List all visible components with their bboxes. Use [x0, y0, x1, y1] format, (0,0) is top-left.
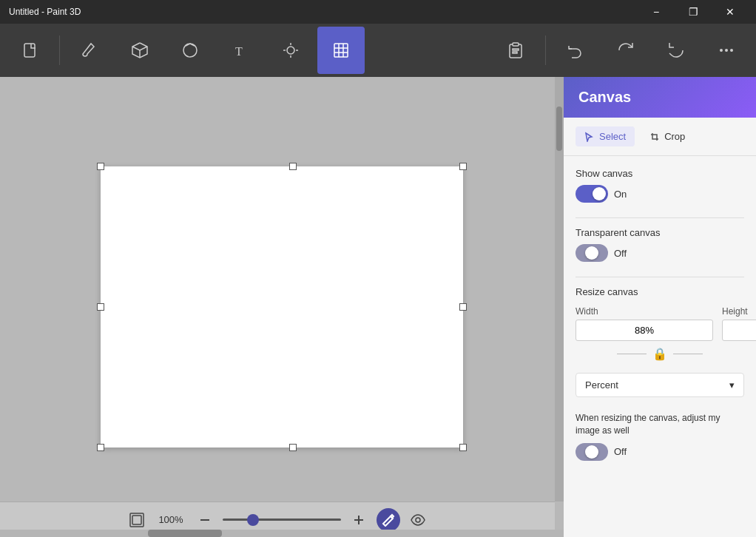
- window-title: Untitled - Paint 3D: [9, 7, 81, 17]
- panel-title: Canvas: [578, 89, 631, 105]
- brush-tool-button[interactable]: [66, 27, 113, 74]
- handle-top-left[interactable]: [97, 163, 104, 170]
- view-button[interactable]: [406, 508, 430, 532]
- handle-top-middle[interactable]: [289, 163, 297, 170]
- shapes-icon: [181, 41, 199, 59]
- paste-button[interactable]: [492, 27, 539, 74]
- svg-rect-17: [200, 519, 209, 521]
- text-tool-button[interactable]: T: [217, 27, 264, 74]
- toolbar-divider-1: [59, 36, 60, 65]
- svg-point-13: [725, 49, 728, 52]
- chevron-down-icon: ▾: [729, 379, 735, 391]
- scrollbar-thumb-h[interactable]: [148, 530, 222, 537]
- divider-2: [576, 277, 744, 277]
- cube-icon: [131, 41, 149, 59]
- effects-tool-button[interactable]: [267, 27, 314, 74]
- minimize-button[interactable]: −: [639, 0, 673, 24]
- zoom-percent: 100%: [155, 514, 187, 525]
- zoom-out-button[interactable]: [193, 508, 217, 532]
- main-toolbar: T: [0, 24, 756, 77]
- 3d-tool-button[interactable]: [116, 27, 163, 74]
- svg-text:T: T: [235, 45, 243, 58]
- transparent-canvas-toggle[interactable]: [576, 244, 608, 262]
- canvas-area[interactable]: 100%: [0, 77, 564, 537]
- width-field-group: Width: [576, 306, 713, 341]
- svg-rect-0: [24, 44, 35, 57]
- width-input[interactable]: [576, 320, 713, 341]
- redo2-button[interactable]: [652, 27, 700, 74]
- resize-canvas-label: Resize canvas: [576, 286, 744, 297]
- lock-line-left: [617, 354, 647, 354]
- resize-canvas-section: Resize canvas Width Height 🔒: [576, 286, 744, 397]
- adjust-image-thumb: [585, 445, 598, 459]
- canvas-icon: [332, 41, 350, 59]
- more-button[interactable]: [703, 27, 750, 74]
- crop-icon: [649, 132, 660, 142]
- show-canvas-track: [576, 185, 608, 203]
- canvas-tool-button[interactable]: [317, 27, 365, 74]
- redo1-button[interactable]: [602, 27, 649, 74]
- handle-bottom-middle[interactable]: [289, 444, 297, 451]
- canvas-white[interactable]: [101, 166, 463, 448]
- file-tool-button[interactable]: [6, 27, 53, 74]
- height-input[interactable]: [722, 320, 756, 341]
- eye-icon: [411, 513, 425, 527]
- handle-bottom-left[interactable]: [97, 444, 104, 451]
- transparent-canvas-toggle-row: Off: [576, 244, 744, 262]
- select-icon: [584, 132, 595, 142]
- tab-crop[interactable]: Crop: [641, 126, 694, 146]
- zoom-in-button[interactable]: [347, 508, 371, 532]
- divider-1: [576, 217, 744, 218]
- transparent-canvas-thumb: [585, 246, 598, 260]
- resize-fields: Width Height: [576, 306, 744, 341]
- undo-button[interactable]: [552, 27, 599, 74]
- show-canvas-toggle-row: On: [576, 185, 744, 203]
- svg-rect-8: [334, 44, 348, 57]
- zoom-slider[interactable]: [223, 519, 341, 521]
- file-icon: [21, 41, 38, 59]
- vertical-scrollbar[interactable]: [555, 77, 564, 501]
- panel-header: Canvas: [564, 77, 756, 118]
- tab-crop-label: Crop: [664, 131, 685, 142]
- close-button[interactable]: ✕: [713, 0, 747, 24]
- undo-icon: [567, 41, 584, 59]
- brush-icon: [81, 41, 98, 59]
- toolbar-right-group: [492, 27, 750, 74]
- maximize-button[interactable]: ❐: [676, 0, 710, 24]
- svg-point-12: [720, 49, 723, 52]
- svg-rect-19: [358, 516, 360, 524]
- more-icon: [718, 41, 735, 59]
- lock-icon: 🔒: [652, 347, 667, 361]
- adjust-image-toggle-row: Off: [576, 443, 744, 461]
- handle-bottom-right[interactable]: [459, 444, 467, 451]
- show-canvas-section: Show canvas On: [576, 168, 744, 203]
- svg-rect-10: [513, 49, 519, 50]
- effects-icon: [282, 41, 300, 59]
- frame-icon-button[interactable]: [125, 508, 149, 532]
- scrollbar-thumb-v[interactable]: [556, 107, 562, 151]
- unit-dropdown-button[interactable]: Percent ▾: [576, 373, 744, 397]
- lock-row: 🔒: [576, 347, 744, 361]
- tab-select[interactable]: Select: [576, 126, 635, 146]
- handle-middle-right[interactable]: [459, 303, 467, 311]
- svg-point-20: [416, 518, 420, 522]
- show-canvas-toggle[interactable]: [576, 185, 608, 203]
- handle-middle-left[interactable]: [97, 303, 104, 311]
- panel-content: Show canvas On Transparent canvas: [564, 156, 756, 537]
- adjust-image-label: When resizing the canvas, adjust my imag…: [576, 412, 744, 437]
- toolbar-divider-2: [545, 36, 546, 65]
- svg-rect-11: [513, 52, 517, 53]
- rotate-icon: [617, 41, 635, 59]
- window-controls: − ❐ ✕: [639, 0, 747, 24]
- lock-line-right: [673, 354, 703, 354]
- text-icon: T: [232, 41, 249, 59]
- width-label: Width: [576, 306, 713, 317]
- height-label: Height: [722, 306, 756, 317]
- adjust-image-toggle[interactable]: [576, 443, 608, 461]
- plus-icon: [353, 514, 365, 526]
- tab-select-label: Select: [599, 131, 626, 142]
- handle-top-right[interactable]: [459, 163, 467, 170]
- draw-button[interactable]: [377, 508, 400, 532]
- horizontal-scrollbar[interactable]: [0, 530, 564, 537]
- shapes-tool-button[interactable]: [166, 27, 214, 74]
